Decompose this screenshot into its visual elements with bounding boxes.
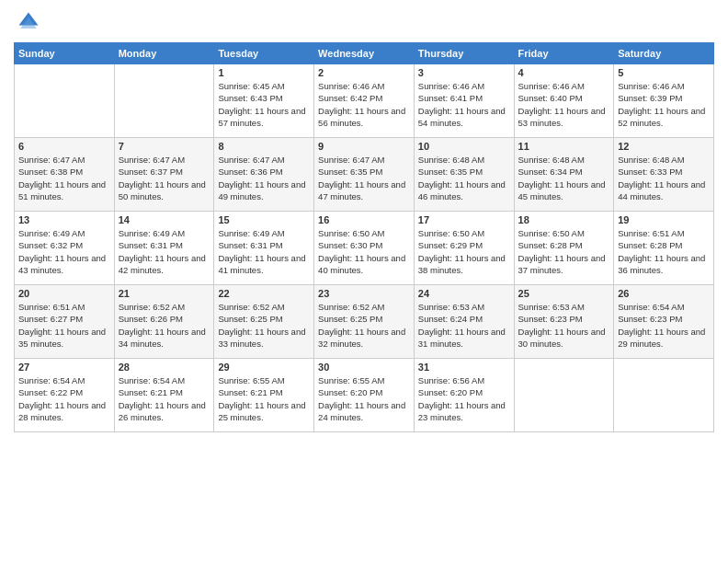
calendar-weekday-sunday: Sunday (15, 43, 115, 64)
header (14, 9, 714, 35)
calendar-cell: 20Sunrise: 6:51 AMSunset: 6:27 PMDayligh… (15, 285, 115, 359)
calendar-weekday-thursday: Thursday (414, 43, 514, 64)
day-number: 30 (318, 362, 410, 373)
calendar-cell: 6Sunrise: 6:47 AMSunset: 6:38 PMDaylight… (15, 138, 115, 212)
day-number: 18 (518, 214, 610, 225)
calendar-weekday-wednesday: Wednesday (314, 43, 415, 64)
day-number: 14 (119, 214, 210, 225)
day-info: Sunrise: 6:47 AMSunset: 6:38 PMDaylight:… (18, 154, 110, 202)
day-number: 27 (18, 362, 110, 373)
calendar-cell (514, 359, 614, 432)
calendar-cell: 31Sunrise: 6:56 AMSunset: 6:20 PMDayligh… (414, 359, 514, 432)
calendar-table: SundayMondayTuesdayWednesdayThursdayFrid… (14, 42, 714, 432)
calendar-week-5: 27Sunrise: 6:54 AMSunset: 6:22 PMDayligh… (15, 359, 714, 432)
calendar-cell: 16Sunrise: 6:50 AMSunset: 6:30 PMDayligh… (314, 212, 415, 285)
calendar-cell: 7Sunrise: 6:47 AMSunset: 6:37 PMDaylight… (114, 138, 214, 212)
page: SundayMondayTuesdayWednesdayThursdayFrid… (0, 0, 728, 563)
generalblue-logo-icon (16, 9, 41, 35)
day-info: Sunrise: 6:54 AMSunset: 6:22 PMDaylight:… (18, 374, 110, 423)
calendar-cell (614, 359, 714, 432)
day-info: Sunrise: 6:50 AMSunset: 6:29 PMDaylight:… (418, 227, 510, 276)
day-info: Sunrise: 6:52 AMSunset: 6:25 PMDaylight:… (218, 301, 310, 350)
day-number: 2 (318, 67, 410, 78)
day-info: Sunrise: 6:46 AMSunset: 6:40 PMDaylight:… (518, 80, 610, 129)
calendar-week-1: 1Sunrise: 6:45 AMSunset: 6:43 PMDaylight… (15, 64, 714, 138)
day-number: 23 (318, 288, 410, 299)
calendar-cell: 15Sunrise: 6:49 AMSunset: 6:31 PMDayligh… (214, 212, 314, 285)
day-number: 19 (618, 214, 710, 225)
day-info: Sunrise: 6:48 AMSunset: 6:33 PMDaylight:… (618, 154, 710, 202)
day-number: 22 (218, 288, 310, 299)
day-info: Sunrise: 6:51 AMSunset: 6:28 PMDaylight:… (618, 227, 710, 276)
day-number: 9 (318, 141, 410, 152)
day-info: Sunrise: 6:52 AMSunset: 6:25 PMDaylight:… (318, 301, 410, 350)
day-number: 13 (18, 214, 110, 225)
calendar-cell: 18Sunrise: 6:50 AMSunset: 6:28 PMDayligh… (514, 212, 614, 285)
calendar-cell: 17Sunrise: 6:50 AMSunset: 6:29 PMDayligh… (414, 212, 514, 285)
day-info: Sunrise: 6:53 AMSunset: 6:23 PMDaylight:… (518, 301, 610, 350)
day-number: 4 (518, 67, 610, 78)
day-number: 12 (618, 141, 710, 152)
day-number: 24 (418, 288, 510, 299)
day-number: 20 (18, 288, 110, 299)
calendar-cell: 22Sunrise: 6:52 AMSunset: 6:25 PMDayligh… (214, 285, 314, 359)
day-number: 10 (418, 141, 510, 152)
calendar-week-4: 20Sunrise: 6:51 AMSunset: 6:27 PMDayligh… (15, 285, 714, 359)
day-info: Sunrise: 6:51 AMSunset: 6:27 PMDaylight:… (18, 301, 110, 350)
calendar-cell: 26Sunrise: 6:54 AMSunset: 6:23 PMDayligh… (614, 285, 714, 359)
calendar-cell: 19Sunrise: 6:51 AMSunset: 6:28 PMDayligh… (614, 212, 714, 285)
day-number: 11 (518, 141, 610, 152)
day-number: 29 (218, 362, 310, 373)
calendar-cell: 23Sunrise: 6:52 AMSunset: 6:25 PMDayligh… (314, 285, 415, 359)
day-number: 7 (119, 141, 210, 152)
calendar-cell: 3Sunrise: 6:46 AMSunset: 6:41 PMDaylight… (414, 64, 514, 138)
day-info: Sunrise: 6:49 AMSunset: 6:31 PMDaylight:… (119, 227, 210, 276)
day-info: Sunrise: 6:48 AMSunset: 6:34 PMDaylight:… (518, 154, 610, 202)
calendar-cell: 27Sunrise: 6:54 AMSunset: 6:22 PMDayligh… (15, 359, 115, 432)
day-info: Sunrise: 6:47 AMSunset: 6:37 PMDaylight:… (119, 154, 210, 202)
day-info: Sunrise: 6:46 AMSunset: 6:39 PMDaylight:… (618, 80, 710, 129)
calendar-weekday-monday: Monday (114, 43, 214, 64)
calendar-body: 1Sunrise: 6:45 AMSunset: 6:43 PMDaylight… (15, 64, 714, 432)
day-number: 17 (418, 214, 510, 225)
day-info: Sunrise: 6:55 AMSunset: 6:21 PMDaylight:… (218, 374, 310, 423)
calendar-cell: 5Sunrise: 6:46 AMSunset: 6:39 PMDaylight… (614, 64, 714, 138)
day-number: 8 (218, 141, 310, 152)
calendar-cell: 8Sunrise: 6:47 AMSunset: 6:36 PMDaylight… (214, 138, 314, 212)
day-number: 21 (119, 288, 210, 299)
day-info: Sunrise: 6:55 AMSunset: 6:20 PMDaylight:… (318, 374, 410, 423)
calendar-cell: 13Sunrise: 6:49 AMSunset: 6:32 PMDayligh… (15, 212, 115, 285)
calendar-cell: 1Sunrise: 6:45 AMSunset: 6:43 PMDaylight… (214, 64, 314, 138)
day-number: 6 (18, 141, 110, 152)
day-info: Sunrise: 6:52 AMSunset: 6:26 PMDaylight:… (119, 301, 210, 350)
day-info: Sunrise: 6:46 AMSunset: 6:41 PMDaylight:… (418, 80, 510, 129)
day-number: 25 (518, 288, 610, 299)
calendar-cell: 4Sunrise: 6:46 AMSunset: 6:40 PMDaylight… (514, 64, 614, 138)
logo (14, 9, 43, 35)
calendar-cell: 10Sunrise: 6:48 AMSunset: 6:35 PMDayligh… (414, 138, 514, 212)
day-number: 28 (119, 362, 210, 373)
day-info: Sunrise: 6:53 AMSunset: 6:24 PMDaylight:… (418, 301, 510, 350)
day-info: Sunrise: 6:50 AMSunset: 6:30 PMDaylight:… (318, 227, 410, 276)
day-number: 5 (618, 67, 710, 78)
day-info: Sunrise: 6:54 AMSunset: 6:23 PMDaylight:… (618, 301, 710, 350)
day-info: Sunrise: 6:49 AMSunset: 6:32 PMDaylight:… (18, 227, 110, 276)
day-info: Sunrise: 6:47 AMSunset: 6:35 PMDaylight:… (318, 154, 410, 202)
day-number: 15 (218, 214, 310, 225)
calendar-cell: 30Sunrise: 6:55 AMSunset: 6:20 PMDayligh… (314, 359, 415, 432)
day-info: Sunrise: 6:48 AMSunset: 6:35 PMDaylight:… (418, 154, 510, 202)
day-info: Sunrise: 6:49 AMSunset: 6:31 PMDaylight:… (218, 227, 310, 276)
calendar-week-2: 6Sunrise: 6:47 AMSunset: 6:38 PMDaylight… (15, 138, 714, 212)
calendar-cell: 14Sunrise: 6:49 AMSunset: 6:31 PMDayligh… (114, 212, 214, 285)
calendar-weekday-tuesday: Tuesday (214, 43, 314, 64)
calendar-weekday-friday: Friday (514, 43, 614, 64)
day-number: 31 (418, 362, 510, 373)
day-info: Sunrise: 6:45 AMSunset: 6:43 PMDaylight:… (218, 80, 310, 129)
day-info: Sunrise: 6:56 AMSunset: 6:20 PMDaylight:… (418, 374, 510, 423)
calendar-cell (15, 64, 115, 138)
calendar-cell: 28Sunrise: 6:54 AMSunset: 6:21 PMDayligh… (114, 359, 214, 432)
day-number: 1 (218, 67, 310, 78)
day-number: 16 (318, 214, 410, 225)
calendar-cell: 11Sunrise: 6:48 AMSunset: 6:34 PMDayligh… (514, 138, 614, 212)
calendar-cell (114, 64, 214, 138)
